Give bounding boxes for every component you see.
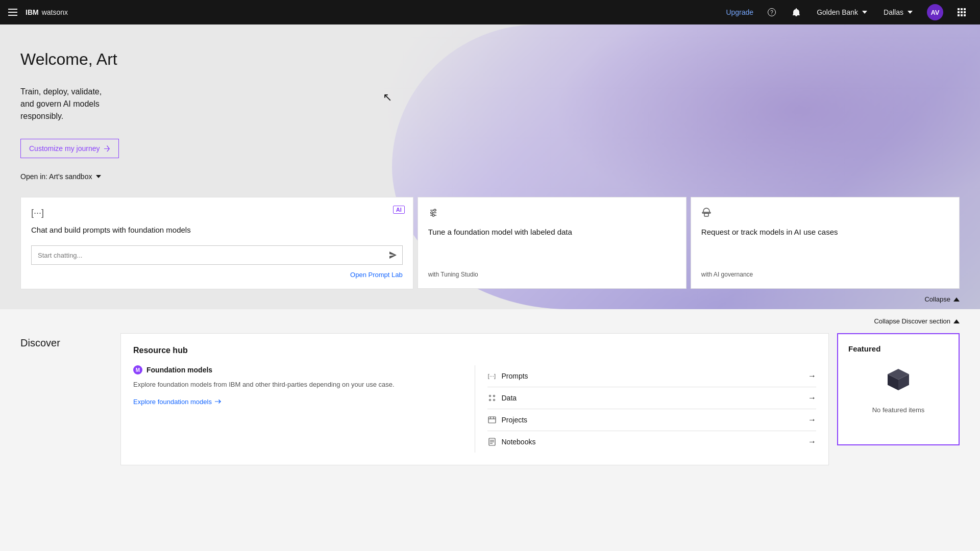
projects-list-item[interactable]: Projects → xyxy=(487,409,817,431)
svg-rect-2 xyxy=(958,8,960,10)
projects-icon xyxy=(487,415,497,424)
prompt-lab-card-title: Chat and build prompts with foundation m… xyxy=(31,224,403,235)
foundation-models-section: M Foundation models Explore foundation m… xyxy=(133,365,475,453)
svg-rect-5 xyxy=(958,11,960,13)
svg-point-22 xyxy=(493,399,495,401)
foundation-models-label: Foundation models xyxy=(146,366,212,374)
svg-text:?: ? xyxy=(770,10,773,15)
data-arrow: → xyxy=(808,393,816,403)
customize-journey-label: Customize my journey xyxy=(29,144,100,153)
hero-content: Welcome, Art Train, deploy, validate, an… xyxy=(20,49,960,309)
data-icon xyxy=(487,393,497,403)
notebooks-icon xyxy=(487,437,497,446)
data-list-item[interactable]: Data → xyxy=(487,387,817,409)
svg-point-14 xyxy=(434,209,436,211)
explore-foundation-models-link[interactable]: Explore foundation models xyxy=(133,398,462,406)
open-in-row: Open in: Art's sandbox xyxy=(20,172,960,181)
discover-label: Discover xyxy=(20,337,112,349)
discover-section: Collapse Discover section Discover Resou… xyxy=(0,309,980,486)
avatar[interactable]: AV xyxy=(927,4,943,20)
foundation-models-header: M Foundation models xyxy=(133,365,462,374)
featured-empty-label: No featured items xyxy=(872,406,925,414)
prompts-label: [···] Prompts xyxy=(487,371,528,381)
open-in-label: Open in: Art's sandbox xyxy=(20,172,92,181)
ai-governance-card[interactable]: Request or track models in AI use cases … xyxy=(691,197,960,289)
foundation-models-icon: M xyxy=(133,365,142,374)
welcome-title: Welcome, Art xyxy=(20,49,960,69)
tuning-icon xyxy=(428,208,676,220)
org-dropdown[interactable]: Golden Bank xyxy=(811,0,873,24)
cards-row: [···] AI Chat and build prompts with fou… xyxy=(20,197,960,289)
ai-badge: AI xyxy=(393,206,405,214)
brand-product: watsonx xyxy=(42,8,68,16)
chat-icon: [···] xyxy=(31,208,403,218)
svg-rect-9 xyxy=(961,14,963,16)
featured-center: No featured items xyxy=(848,363,948,414)
govern-icon xyxy=(701,208,949,220)
svg-point-19 xyxy=(489,395,491,397)
brand-logo: IBM watsonx xyxy=(26,8,718,16)
foundation-models-desc: Explore foundation models from IBM and o… xyxy=(133,380,462,390)
brand-ibm: IBM xyxy=(26,8,39,16)
chat-input-row xyxy=(31,245,403,265)
projects-label: Projects xyxy=(487,415,528,424)
hero-subtitle: Train, deploy, validate, and govern AI m… xyxy=(20,86,163,122)
prompt-lab-card[interactable]: [···] AI Chat and build prompts with fou… xyxy=(20,197,413,289)
tuning-studio-card[interactable]: Tune a foundation model with labeled dat… xyxy=(418,197,687,289)
governance-card-subtitle: with AI governance xyxy=(701,271,949,278)
notifications-button[interactable] xyxy=(786,0,806,24)
tuning-card-title: Tune a foundation model with labeled dat… xyxy=(428,227,676,237)
svg-rect-18 xyxy=(704,213,708,216)
resource-hub-title: Resource hub xyxy=(133,346,816,355)
featured-panel: Featured No featured items xyxy=(837,333,960,445)
svg-point-20 xyxy=(489,399,491,401)
chat-input[interactable] xyxy=(32,247,384,263)
svg-rect-3 xyxy=(961,8,963,10)
svg-point-21 xyxy=(493,395,495,397)
svg-point-16 xyxy=(432,214,434,216)
collapse-button[interactable]: Collapse xyxy=(20,289,960,309)
region-dropdown[interactable]: Dallas xyxy=(877,0,919,24)
svg-rect-7 xyxy=(964,11,966,13)
org-name: Golden Bank xyxy=(817,8,858,16)
explore-link-label: Explore foundation models xyxy=(133,398,212,406)
svg-rect-4 xyxy=(964,8,966,10)
open-prompt-lab-link[interactable]: Open Prompt Lab xyxy=(31,271,403,279)
data-label: Data xyxy=(487,393,517,403)
region-name: Dallas xyxy=(884,8,903,16)
resource-list: [···] Prompts → xyxy=(475,365,817,453)
collapse-label: Collapse xyxy=(924,295,950,303)
featured-box-icon xyxy=(882,363,915,396)
discover-layout: Discover Resource hub M Foundation model… xyxy=(20,333,960,465)
svg-point-12 xyxy=(431,212,433,214)
topbar-actions: Upgrade ? Golden Bank Dallas AV xyxy=(722,0,972,24)
notebooks-list-item[interactable]: Notebooks → xyxy=(487,431,817,453)
avatar-initials: AV xyxy=(930,9,939,16)
prompts-icon: [···] xyxy=(487,371,497,381)
collapse-discover-button[interactable]: Collapse Discover section xyxy=(20,309,960,333)
tuning-card-subtitle: with Tuning Studio xyxy=(428,271,676,278)
sandbox-selector[interactable]: Open in: Art's sandbox xyxy=(20,172,101,181)
customize-journey-button[interactable]: Customize my journey xyxy=(20,139,119,158)
notebooks-arrow: → xyxy=(808,437,816,446)
resource-hub: Resource hub M Foundation models Explore… xyxy=(120,333,829,465)
svg-rect-8 xyxy=(958,14,960,16)
hamburger-button[interactable] xyxy=(8,9,17,16)
svg-rect-10 xyxy=(964,14,966,16)
projects-arrow: → xyxy=(808,415,816,424)
apps-button[interactable] xyxy=(951,0,972,24)
page: Welcome, Art Train, deploy, validate, an… xyxy=(0,24,980,551)
collapse-discover-label: Collapse Discover section xyxy=(874,317,950,325)
svg-rect-6 xyxy=(961,11,963,13)
prompts-arrow: → xyxy=(808,371,816,381)
topbar: IBM watsonx Upgrade ? Golden Bank Dallas… xyxy=(0,0,980,24)
hero-section: Welcome, Art Train, deploy, validate, an… xyxy=(0,24,980,309)
chat-send-button[interactable] xyxy=(384,246,402,264)
prompts-list-item[interactable]: [···] Prompts → xyxy=(487,365,817,387)
featured-title: Featured xyxy=(848,344,880,353)
help-button[interactable]: ? xyxy=(762,0,782,24)
governance-card-title: Request or track models in AI use cases xyxy=(701,227,949,237)
resource-hub-content: M Foundation models Explore foundation m… xyxy=(133,365,816,453)
upgrade-link[interactable]: Upgrade xyxy=(722,8,757,16)
notebooks-label: Notebooks xyxy=(487,437,536,446)
